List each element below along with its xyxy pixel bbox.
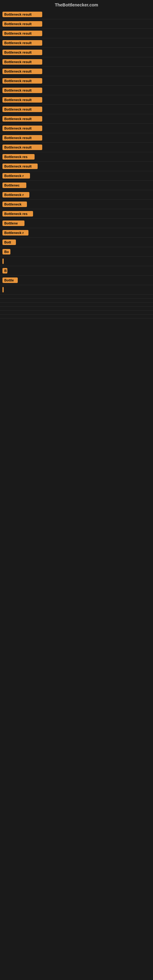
list-item [0,315,153,318]
list-item: Bottlene [0,219,153,228]
list-item: Bottleneck result [0,48,153,57]
site-title: TheBottlenecker.com [55,2,98,7]
list-item: Bottleneck res [0,209,153,219]
list-item: Bottleneck result [0,57,153,67]
bottleneck-badge[interactable]: Bottleneck result [2,88,42,93]
list-item [0,257,153,266]
list-item: Bottleneck result [0,143,153,152]
list-item [0,310,153,315]
list-item: Bott [0,238,153,247]
header: TheBottlenecker.com [0,0,153,9]
list-item: Bottleneck result [0,114,153,124]
list-item: Bo [0,247,153,257]
bottleneck-badge[interactable]: Bottleneck result [2,145,42,150]
bottleneck-badge[interactable]: Bottleneck result [2,78,42,84]
bottleneck-badge[interactable]: Bottleneck result [2,68,42,74]
list-item: Bottleneck result [0,162,153,171]
bottleneck-badge[interactable]: Bottleneck r [2,230,29,235]
list-item: Bottleneck result [0,29,153,38]
bottleneck-badge[interactable]: Bottleneck r [2,173,30,178]
list-item: Bottleneck result [0,124,153,133]
list-item: Bottle [0,275,153,285]
bottleneck-badge[interactable]: Bottleneck result [2,12,42,17]
list-item: Bottleneck r [0,190,153,200]
bottleneck-badge[interactable]: Bottleneck [2,202,27,207]
bottleneck-badge[interactable]: Bo [2,249,10,255]
list-item: Bottleneck [0,200,153,209]
bottleneck-badge[interactable]: Bottleneck result [2,135,42,140]
bottleneck-badge[interactable]: Bottleneck result [2,49,42,55]
list-item: Bottleneck result [0,10,153,19]
list-item: Bottleneck result [0,95,153,105]
bottleneck-badge[interactable]: Bottleneck res [2,154,35,159]
bottleneck-badge[interactable]: Bottleneck result [2,21,42,27]
list-item [0,294,153,299]
list-item [0,307,153,310]
bottleneck-badge[interactable]: Bottleneck res [2,211,33,216]
bottleneck-badge[interactable]: Bottleneck result [2,116,42,122]
bottleneck-badge[interactable]: Bottleneck result [2,40,42,46]
bottleneck-badge[interactable]: Bottleneck result [2,59,42,65]
list-item: Bottleneck result [0,19,153,29]
bottleneck-badge[interactable]: Bottleneck result [2,97,42,103]
list-item [0,285,153,294]
bottleneck-badge[interactable]: Bottleneck r [2,192,29,197]
list-item: Bottleneck r [0,171,153,181]
bottleneck-badge[interactable]: Bott [2,240,16,245]
list-item [0,302,153,307]
bottleneck-badge[interactable]: Bottleneck result [2,30,42,36]
bottleneck-badge[interactable]: Bottlene [2,221,24,226]
list-item: Bottleneck result [0,76,153,86]
bottleneck-badge[interactable]: Bottleneck result [2,107,42,112]
list-item: Bottlenec [0,181,153,190]
thin-bar [2,258,4,264]
items-container: Bottleneck resultBottleneck resultBottle… [0,9,153,320]
list-item: Bottleneck r [0,228,153,238]
bottleneck-badge[interactable]: Bottleneck result [2,126,42,131]
list-item: Bottleneck result [0,67,153,76]
list-item: Bottleneck result [0,38,153,48]
bottleneck-badge[interactable]: B [2,268,7,274]
bottleneck-badge[interactable]: Bottleneck result [2,164,38,169]
list-item: B [0,266,153,275]
thin-bar [2,287,4,293]
list-item [0,299,153,302]
list-item: Bottleneck res [0,152,153,162]
bottleneck-badge[interactable]: Bottle [2,277,18,283]
list-item: Bottleneck result [0,105,153,114]
list-item: Bottleneck result [0,133,153,143]
list-item: Bottleneck result [0,86,153,95]
bottleneck-badge[interactable]: Bottlenec [2,183,26,188]
